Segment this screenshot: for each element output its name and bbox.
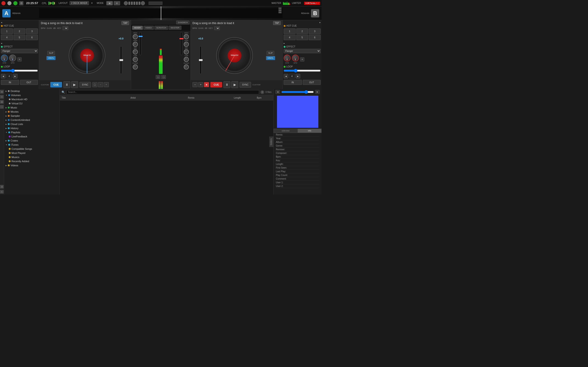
nav-icon-grid[interactable]: ⊞ [0, 100, 4, 104]
str-knob-a[interactable] [1, 55, 8, 61]
tree-item-macintosh[interactable]: Macintosh HD [4, 97, 60, 101]
tree-item-contentunlimited[interactable]: ▶ ContentUnlimited [4, 118, 60, 122]
hc-btn-a-3[interactable]: 3 [26, 28, 38, 34]
pitch-track-b[interactable] [199, 46, 201, 74]
col-header-artist[interactable]: Artist [129, 97, 186, 99]
turntable-b[interactable]: Virtual DJ [216, 37, 253, 74]
tree-item-livefeedback[interactable]: LiveFeedback [4, 134, 60, 139]
spd-knob-a[interactable] [9, 55, 16, 61]
effect-select-a[interactable]: Flanger [1, 49, 38, 53]
turntable-a[interactable]: Virtual DJ [69, 37, 105, 74]
cue-btn-a[interactable]: CUE [50, 82, 62, 87]
tree-item-movies[interactable]: ▶ Movies [4, 110, 60, 114]
gain-knob-left[interactable] [133, 42, 138, 47]
tree-item-playlists[interactable]: ▼ Playlists [4, 130, 60, 134]
vol-fader-right[interactable] [180, 32, 182, 55]
plus-btn-b[interactable]: + [198, 82, 203, 87]
search-clear-btn[interactable]: × [260, 90, 264, 94]
nav-icon-arrow[interactable]: → [0, 105, 4, 109]
nav-icon-list[interactable]: ≡ [0, 95, 4, 99]
headphone-right-btn[interactable]: 🎧 [161, 75, 166, 79]
sync-btn-a[interactable]: SYNC [79, 82, 91, 88]
col-header-length[interactable]: Length [232, 97, 255, 99]
low-knob-left[interactable] [133, 57, 138, 62]
play-btn-a[interactable]: ▶ [71, 81, 78, 88]
side-panel-b-arrow[interactable]: ▸ [284, 42, 285, 44]
vol-fader-left[interactable] [139, 32, 141, 55]
record-button[interactable] [124, 1, 128, 5]
headphone-left-btn[interactable]: 🎧 [156, 75, 160, 79]
filter-knob-right[interactable] [184, 65, 189, 69]
mixer-tab-master[interactable]: MASTER [169, 26, 182, 30]
mixer-tab-mixer[interactable]: MIXER [132, 26, 143, 30]
hc-btn-b-3[interactable]: 3 [309, 28, 321, 34]
folders-label[interactable]: folders [269, 136, 273, 147]
minus-btn-b[interactable]: − [192, 82, 198, 87]
stop-btn-b[interactable]: ● [204, 82, 209, 87]
hc-btn-a-6[interactable]: 6 [26, 35, 38, 40]
tap-btn-a[interactable]: TAP [121, 21, 129, 25]
hc-btn-a-1[interactable]: 1 [1, 28, 13, 34]
out-btn-b[interactable]: OUT [303, 80, 321, 85]
sync-btn-b[interactable]: SYNC [240, 82, 251, 88]
loop-next-a[interactable]: ► [13, 74, 17, 78]
info-tab-sideview[interactable]: sideview [274, 129, 297, 133]
effect-select-b[interactable]: Flanger [284, 49, 321, 53]
tree-item-videos[interactable]: ▶ Videos [4, 163, 60, 167]
monitor-button[interactable] [141, 1, 145, 5]
info-slider[interactable] [281, 90, 314, 94]
str-knob-b[interactable] [284, 55, 291, 61]
gain-knob-right[interactable] [184, 42, 189, 47]
spd-knob-b[interactable] [292, 55, 299, 61]
loop-next-b[interactable]: ► [296, 74, 300, 78]
tree-item-virtualdj[interactable]: Virtual DJ [4, 101, 60, 106]
play-btn-b[interactable]: ▶ [231, 81, 238, 88]
tree-item-compatible[interactable]: Compatible Songs [4, 147, 60, 151]
close-button[interactable] [1, 1, 6, 5]
tree-item-sampler[interactable]: ▶ Sampler [4, 114, 60, 118]
tree-item-history[interactable]: ▶ History [4, 126, 60, 130]
side-panel-b-collapse[interactable]: ▸ [320, 21, 321, 24]
mode-btn-1[interactable]: ▣ [106, 1, 113, 5]
hc-btn-a-4[interactable]: 4 [1, 35, 13, 40]
slip-btn-b[interactable]: SLIP [267, 51, 275, 55]
tap-btn-b[interactable]: TAP [273, 21, 281, 25]
side-panel-a-collapse[interactable]: ◂ [1, 21, 2, 24]
loop-slider-b[interactable] [284, 69, 321, 73]
sandbox-btn[interactable]: SANDBOX [176, 21, 190, 24]
hc-btn-b-2[interactable]: 2 [296, 28, 308, 34]
slip-btn-a[interactable]: SLIP [47, 51, 55, 55]
mixer-tab-video[interactable]: VIDEO [143, 26, 154, 30]
info-next-btn[interactable]: ► [315, 90, 320, 94]
minimize-button[interactable] [7, 1, 11, 5]
search-input[interactable] [66, 90, 259, 94]
hc-btn-a-2[interactable]: 2 [14, 28, 26, 34]
info-tab-info[interactable]: info [298, 129, 321, 133]
settings-button[interactable]: ⚙ [19, 1, 23, 5]
pause-btn-b[interactable]: ⏸ [224, 81, 230, 88]
high-knob-right[interactable] [184, 34, 189, 39]
vinyl-btn-a[interactable]: VINYL [46, 56, 56, 60]
nav-icon-star[interactable]: ★ [0, 90, 4, 94]
col-header-title[interactable]: Title [60, 97, 129, 99]
nav-icon-bottom-a[interactable]: A [0, 185, 4, 189]
tree-item-itunes[interactable]: ▼ iTunes [4, 143, 60, 147]
effect-add-a[interactable]: + [17, 57, 22, 61]
filter-knob-left[interactable] [133, 65, 138, 69]
info-prev-btn[interactable]: ◄ [275, 90, 280, 94]
loop-slider-a[interactable] [1, 69, 38, 73]
in-btn-b[interactable]: IN [284, 80, 302, 85]
mid-knob-right[interactable] [184, 49, 189, 54]
col-header-bpm[interactable]: Bpm [255, 97, 273, 99]
nav-icon-bottom-a2[interactable]: A- [0, 190, 4, 194]
col-header-remix[interactable]: Remix [186, 97, 232, 99]
low-knob-right[interactable] [184, 57, 189, 62]
tree-item-music[interactable]: ▶ Music [4, 106, 60, 110]
side-panel-a-arrow[interactable]: ◂ [1, 42, 2, 44]
in-btn-a[interactable]: IN [1, 80, 19, 85]
effect-add-b[interactable]: + [300, 57, 304, 61]
tree-item-cloudlists[interactable]: ▶ Cloud Lists [4, 122, 60, 126]
hc-btn-b-6[interactable]: 6 [309, 35, 321, 40]
mixer-tab-scratch[interactable]: SCRATCH [154, 26, 168, 30]
tree-item-volumes[interactable]: ▼ Volumes [4, 93, 60, 97]
